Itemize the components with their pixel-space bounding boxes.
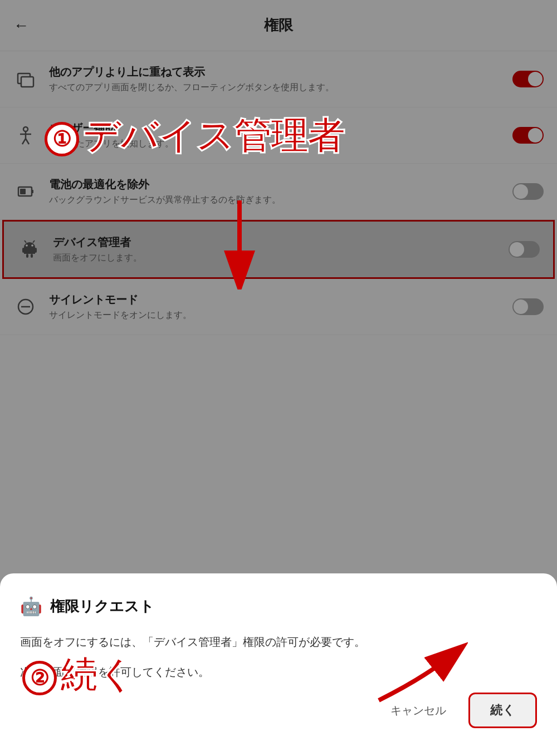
screen: ← 権限 他のアプリより上に重ねて表示 すべてのアプリ画面を閉じるか、フローティ… (0, 0, 557, 756)
permission-dialog: 🤖 権限リクエスト 画面をオフにするには、「デバイス管理者」権限の許可が必要です… (0, 573, 557, 756)
continue-button[interactable]: 続く (468, 693, 537, 728)
dialog-icon: 🤖 (20, 596, 42, 617)
dialog-title: 権限リクエスト (50, 597, 154, 616)
cancel-button[interactable]: キャンセル (382, 696, 455, 725)
dialog-header: 🤖 権限リクエスト (20, 596, 537, 617)
dialog-body-line1: 画面をオフにするには、「デバイス管理者」権限の許可が必要です。 (20, 632, 537, 651)
dialog-body: 画面をオフにするには、「デバイス管理者」権限の許可が必要です。 次の画面で権限を… (20, 632, 537, 681)
dialog-backdrop: 🤖 権限リクエスト 画面をオフにするには、「デバイス管理者」権限の許可が必要です… (0, 0, 557, 756)
dialog-body-line2: 次の画面で権限を許可してください。 (20, 662, 537, 681)
dialog-actions: キャンセル 続く (20, 693, 537, 728)
